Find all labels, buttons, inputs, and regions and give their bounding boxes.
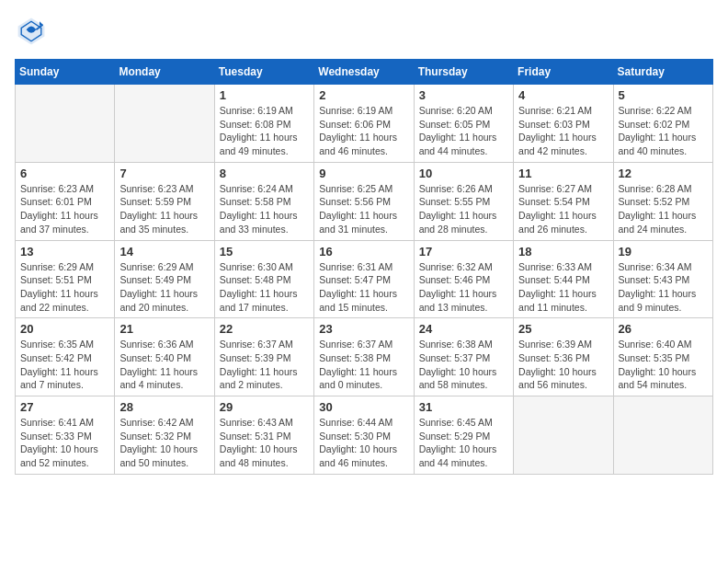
page-header [15, 15, 713, 48]
day-number: 19 [619, 245, 708, 259]
calendar-cell: 29Sunrise: 6:43 AMSunset: 5:31 PMDayligh… [214, 396, 313, 475]
calendar-cell: 27Sunrise: 6:41 AMSunset: 5:33 PMDayligh… [16, 396, 115, 475]
calendar-cell: 17Sunrise: 6:32 AMSunset: 5:46 PMDayligh… [414, 240, 513, 318]
calendar-cell: 31Sunrise: 6:45 AMSunset: 5:29 PMDayligh… [414, 396, 513, 475]
calendar-cell: 18Sunrise: 6:33 AMSunset: 5:44 PMDayligh… [514, 240, 613, 318]
day-info: Sunrise: 6:30 AMSunset: 5:48 PMDaylight:… [220, 260, 309, 315]
day-info: Sunrise: 6:37 AMSunset: 5:38 PMDaylight:… [319, 338, 408, 392]
logo-icon [15, 15, 48, 48]
day-info: Sunrise: 6:28 AMSunset: 5:52 PMDaylight:… [619, 182, 708, 236]
day-info: Sunrise: 6:39 AMSunset: 5:36 PMDaylight:… [518, 338, 608, 392]
day-info: Sunrise: 6:35 AMSunset: 5:42 PMDaylight:… [20, 338, 109, 392]
day-number: 16 [319, 245, 408, 259]
day-number: 23 [319, 322, 408, 336]
day-info: Sunrise: 6:24 AMSunset: 5:58 PMDaylight:… [220, 182, 309, 236]
day-info: Sunrise: 6:33 AMSunset: 5:44 PMDaylight:… [518, 260, 608, 315]
day-number: 28 [119, 400, 209, 414]
day-info: Sunrise: 6:29 AMSunset: 5:49 PMDaylight:… [119, 260, 209, 315]
day-header: Thursday [414, 60, 513, 85]
calendar-cell: 9Sunrise: 6:25 AMSunset: 5:56 PMDaylight… [314, 162, 414, 240]
calendar-cell: 7Sunrise: 6:23 AMSunset: 5:59 PMDaylight… [115, 162, 214, 240]
day-number: 20 [20, 322, 109, 336]
calendar-cell: 4Sunrise: 6:21 AMSunset: 6:03 PMDaylight… [514, 85, 613, 163]
calendar-table: SundayMondayTuesdayWednesdayThursdayFrid… [15, 59, 713, 475]
calendar-cell: 19Sunrise: 6:34 AMSunset: 5:43 PMDayligh… [613, 240, 712, 318]
calendar-week-row: 27Sunrise: 6:41 AMSunset: 5:33 PMDayligh… [16, 396, 713, 475]
day-info: Sunrise: 6:43 AMSunset: 5:31 PMDaylight:… [220, 416, 309, 470]
day-info: Sunrise: 6:29 AMSunset: 5:51 PMDaylight:… [20, 260, 109, 315]
day-info: Sunrise: 6:45 AMSunset: 5:29 PMDaylight:… [419, 416, 508, 470]
calendar-week-row: 1Sunrise: 6:19 AMSunset: 6:08 PMDaylight… [16, 85, 713, 163]
day-number: 7 [119, 167, 209, 180]
calendar-cell [514, 396, 613, 475]
calendar-cell: 20Sunrise: 6:35 AMSunset: 5:42 PMDayligh… [16, 318, 115, 396]
day-number: 30 [319, 400, 408, 414]
day-number: 10 [419, 167, 508, 180]
calendar-cell: 22Sunrise: 6:37 AMSunset: 5:39 PMDayligh… [214, 318, 313, 396]
day-info: Sunrise: 6:37 AMSunset: 5:39 PMDaylight:… [220, 338, 309, 392]
day-number: 11 [518, 167, 608, 180]
day-number: 5 [619, 88, 708, 102]
day-number: 17 [419, 245, 508, 259]
calendar-cell: 25Sunrise: 6:39 AMSunset: 5:36 PMDayligh… [514, 318, 613, 396]
day-number: 27 [20, 400, 109, 414]
day-info: Sunrise: 6:41 AMSunset: 5:33 PMDaylight:… [20, 416, 109, 470]
day-number: 4 [518, 88, 608, 102]
calendar-cell: 28Sunrise: 6:42 AMSunset: 5:32 PMDayligh… [115, 396, 214, 475]
day-info: Sunrise: 6:20 AMSunset: 6:05 PMDaylight:… [419, 104, 508, 158]
day-info: Sunrise: 6:38 AMSunset: 5:37 PMDaylight:… [419, 338, 508, 392]
day-number: 26 [619, 322, 708, 336]
calendar-cell: 5Sunrise: 6:22 AMSunset: 6:02 PMDaylight… [613, 85, 712, 163]
day-info: Sunrise: 6:19 AMSunset: 6:06 PMDaylight:… [319, 104, 408, 158]
day-info: Sunrise: 6:21 AMSunset: 6:03 PMDaylight:… [518, 104, 608, 158]
calendar-cell: 15Sunrise: 6:30 AMSunset: 5:48 PMDayligh… [214, 240, 313, 318]
day-info: Sunrise: 6:31 AMSunset: 5:47 PMDaylight:… [319, 260, 408, 315]
calendar-cell: 13Sunrise: 6:29 AMSunset: 5:51 PMDayligh… [16, 240, 115, 318]
day-number: 8 [220, 167, 309, 180]
day-info: Sunrise: 6:34 AMSunset: 5:43 PMDaylight:… [619, 260, 708, 315]
day-number: 22 [220, 322, 309, 336]
calendar-cell [613, 396, 712, 475]
day-number: 12 [619, 167, 708, 180]
day-header: Monday [115, 60, 214, 85]
calendar-header-row: SundayMondayTuesdayWednesdayThursdayFrid… [16, 60, 713, 85]
calendar-cell: 24Sunrise: 6:38 AMSunset: 5:37 PMDayligh… [414, 318, 513, 396]
calendar-cell: 26Sunrise: 6:40 AMSunset: 5:35 PMDayligh… [613, 318, 712, 396]
day-header: Saturday [613, 60, 712, 85]
day-info: Sunrise: 6:32 AMSunset: 5:46 PMDaylight:… [419, 260, 508, 315]
day-number: 21 [119, 322, 209, 336]
day-number: 14 [119, 245, 209, 259]
logo [15, 15, 51, 48]
day-info: Sunrise: 6:23 AMSunset: 6:01 PMDaylight:… [20, 182, 109, 236]
calendar-cell [16, 85, 115, 163]
calendar-cell: 2Sunrise: 6:19 AMSunset: 6:06 PMDaylight… [314, 85, 414, 163]
day-info: Sunrise: 6:44 AMSunset: 5:30 PMDaylight:… [319, 416, 408, 470]
day-info: Sunrise: 6:22 AMSunset: 6:02 PMDaylight:… [619, 104, 708, 158]
day-header: Tuesday [214, 60, 313, 85]
calendar-cell: 3Sunrise: 6:20 AMSunset: 6:05 PMDaylight… [414, 85, 513, 163]
day-header: Sunday [16, 60, 115, 85]
day-number: 6 [20, 167, 109, 180]
calendar-cell: 11Sunrise: 6:27 AMSunset: 5:54 PMDayligh… [514, 162, 613, 240]
calendar-week-row: 20Sunrise: 6:35 AMSunset: 5:42 PMDayligh… [16, 318, 713, 396]
day-number: 24 [419, 322, 508, 336]
day-info: Sunrise: 6:23 AMSunset: 5:59 PMDaylight:… [119, 182, 209, 236]
day-number: 31 [419, 400, 508, 414]
calendar-cell: 21Sunrise: 6:36 AMSunset: 5:40 PMDayligh… [115, 318, 214, 396]
day-info: Sunrise: 6:26 AMSunset: 5:55 PMDaylight:… [419, 182, 508, 236]
day-info: Sunrise: 6:42 AMSunset: 5:32 PMDaylight:… [119, 416, 209, 470]
day-info: Sunrise: 6:19 AMSunset: 6:08 PMDaylight:… [220, 104, 309, 158]
day-info: Sunrise: 6:40 AMSunset: 5:35 PMDaylight:… [619, 338, 708, 392]
calendar-cell: 14Sunrise: 6:29 AMSunset: 5:49 PMDayligh… [115, 240, 214, 318]
day-info: Sunrise: 6:25 AMSunset: 5:56 PMDaylight:… [319, 182, 408, 236]
calendar-cell: 23Sunrise: 6:37 AMSunset: 5:38 PMDayligh… [314, 318, 414, 396]
calendar-cell [115, 85, 214, 163]
day-number: 13 [20, 245, 109, 259]
day-info: Sunrise: 6:36 AMSunset: 5:40 PMDaylight:… [119, 338, 209, 392]
calendar-week-row: 6Sunrise: 6:23 AMSunset: 6:01 PMDaylight… [16, 162, 713, 240]
day-number: 2 [319, 88, 408, 102]
day-number: 9 [319, 167, 408, 180]
day-header: Friday [514, 60, 613, 85]
day-number: 25 [518, 322, 608, 336]
calendar-cell: 1Sunrise: 6:19 AMSunset: 6:08 PMDaylight… [214, 85, 313, 163]
